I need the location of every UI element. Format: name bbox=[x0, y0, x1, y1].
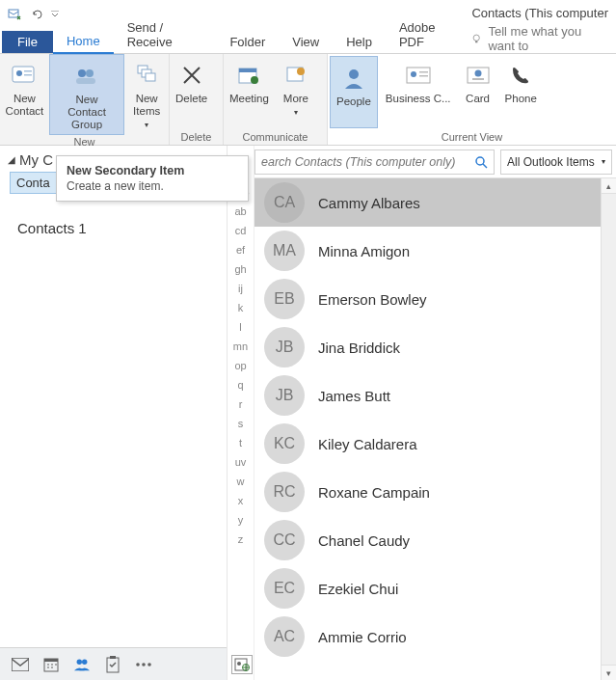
tab-view[interactable]: View bbox=[279, 31, 333, 53]
alpha-gh[interactable]: gh bbox=[234, 263, 246, 275]
tell-me-placeholder: Tell me what you want to bbox=[488, 24, 610, 53]
new-contact-group-label: New Contact Group bbox=[56, 94, 119, 132]
scroll-down-icon[interactable]: ▾ bbox=[602, 665, 616, 680]
alpha-uv[interactable]: uv bbox=[235, 456, 247, 468]
tooltip: New Secondary Item Create a new item. bbox=[56, 155, 249, 202]
contact-row[interactable]: CCChanel Caudy bbox=[254, 516, 616, 564]
alpha-s[interactable]: s bbox=[238, 418, 244, 429]
tab-file[interactable]: File bbox=[2, 31, 53, 53]
view-phone-button[interactable]: Phone bbox=[499, 54, 543, 130]
ribbon-group-current-view: People Business C... Card Phone Current … bbox=[328, 54, 616, 145]
meeting-button[interactable]: Meeting bbox=[224, 54, 275, 130]
calendar-nav-icon[interactable] bbox=[42, 656, 60, 673]
contact-row[interactable]: JBJames Butt bbox=[254, 371, 616, 420]
contact-name: James Butt bbox=[318, 388, 390, 404]
avatar: MA bbox=[264, 231, 305, 271]
avatar: EB bbox=[264, 279, 305, 319]
people-nav-icon[interactable] bbox=[73, 656, 91, 673]
new-contact-group-button[interactable]: New Contact Group bbox=[49, 54, 125, 135]
alpha-y[interactable]: y bbox=[238, 514, 244, 526]
contact-row[interactable]: ACAmmie Corrio bbox=[254, 612, 616, 661]
alpha-cd[interactable]: cd bbox=[235, 225, 247, 236]
tab-help[interactable]: Help bbox=[333, 31, 386, 53]
contact-row[interactable]: MAMinna Amigon bbox=[254, 227, 616, 275]
contact-name: Ammie Corrio bbox=[318, 629, 407, 645]
collapse-caret-icon[interactable]: ◢ bbox=[8, 154, 15, 165]
search-scope-dropdown[interactable]: All Outlook Items ▾ bbox=[500, 150, 612, 175]
alpha-mn[interactable]: mn bbox=[233, 340, 248, 352]
svg-rect-14 bbox=[239, 68, 256, 72]
svg-rect-32 bbox=[110, 656, 116, 659]
lightbulb-icon bbox=[470, 32, 482, 45]
contact-row[interactable]: KCKiley Caldarera bbox=[254, 420, 616, 468]
meeting-icon bbox=[233, 60, 264, 91]
send-receive-all-button[interactable] bbox=[4, 4, 25, 25]
tasks-nav-icon[interactable] bbox=[104, 656, 121, 673]
folder-contacts1[interactable]: Contacts 1 bbox=[12, 217, 227, 239]
contact-row[interactable]: JBJina Briddick bbox=[254, 323, 616, 371]
alpha-t[interactable]: t bbox=[239, 437, 242, 449]
alpha-q[interactable]: q bbox=[237, 379, 243, 391]
svg-rect-6 bbox=[24, 74, 32, 76]
tab-folder[interactable]: Folder bbox=[216, 31, 279, 53]
more-nav-icon[interactable] bbox=[135, 656, 152, 673]
alpha-l[interactable]: l bbox=[239, 321, 241, 333]
contact-name: Cammy Albares bbox=[318, 195, 420, 211]
scrollbar[interactable]: ▴ ▾ bbox=[601, 178, 616, 680]
svg-point-1 bbox=[473, 35, 479, 41]
search-input[interactable] bbox=[255, 155, 469, 169]
tell-me-search[interactable]: Tell me what you want to bbox=[470, 24, 616, 53]
qat-customize-dropdown[interactable] bbox=[50, 11, 60, 18]
alpha-r[interactable]: r bbox=[239, 398, 243, 410]
svg-rect-28 bbox=[44, 659, 58, 662]
navigation-footer bbox=[0, 647, 227, 680]
new-contact-button[interactable]: New Contact bbox=[0, 54, 49, 135]
folder-tree: ◢My C Conta Contacts 1 bbox=[0, 146, 227, 647]
undo-button[interactable] bbox=[27, 4, 48, 25]
ribbon-group-new: New Contact New Contact Group New Items … bbox=[0, 54, 170, 145]
new-items-button[interactable]: New Items ▾ bbox=[124, 54, 169, 135]
svg-point-38 bbox=[237, 662, 241, 666]
quick-access-toolbar bbox=[4, 4, 60, 25]
scroll-up-icon[interactable]: ▴ bbox=[602, 178, 616, 194]
contact-row[interactable]: RCRoxane Campain bbox=[254, 468, 616, 516]
new-contact-icon bbox=[9, 60, 40, 91]
tab-adobe-pdf[interactable]: Adobe PDF bbox=[386, 16, 470, 53]
alpha-w[interactable]: w bbox=[237, 476, 245, 487]
svg-point-4 bbox=[16, 70, 22, 76]
alpha-z[interactable]: z bbox=[238, 533, 244, 545]
contact-row[interactable]: CACammy Albares bbox=[254, 178, 616, 227]
alpha-op[interactable]: op bbox=[234, 360, 246, 371]
svg-rect-5 bbox=[24, 70, 32, 72]
view-people-button[interactable]: People bbox=[330, 56, 378, 128]
delete-button[interactable]: Delete bbox=[170, 54, 213, 130]
alpha-ef[interactable]: ef bbox=[236, 244, 245, 256]
view-business-card-button[interactable]: Business C... bbox=[380, 54, 457, 130]
search-box[interactable] bbox=[254, 150, 495, 175]
avatar: AC bbox=[264, 616, 305, 657]
alpha-ab[interactable]: ab bbox=[234, 205, 246, 217]
alpha-ij[interactable]: ij bbox=[238, 283, 243, 294]
ribbon-group-delete: Delete Delete bbox=[170, 54, 224, 145]
tab-send-receive[interactable]: Send / Receive bbox=[114, 16, 217, 53]
svg-rect-0 bbox=[9, 10, 18, 17]
alpha-x[interactable]: x bbox=[238, 495, 244, 506]
view-card-button[interactable]: Card bbox=[457, 54, 499, 130]
more-button[interactable]: More▾ bbox=[275, 54, 317, 130]
tab-home[interactable]: Home bbox=[53, 30, 114, 54]
alpha-k[interactable]: k bbox=[238, 302, 244, 313]
svg-point-18 bbox=[349, 69, 359, 79]
delete-icon bbox=[176, 60, 207, 91]
avatar: JB bbox=[264, 327, 305, 367]
search-icon[interactable] bbox=[469, 155, 494, 169]
ribbon-group-communicate-label: Communicate bbox=[224, 130, 327, 145]
svg-rect-9 bbox=[76, 78, 95, 84]
contact-name: Emerson Bowley bbox=[318, 291, 427, 308]
view-card-label: Card bbox=[466, 93, 490, 105]
contact-row[interactable]: EBEmerson Bowley bbox=[254, 275, 616, 323]
contact-row[interactable]: ECEzekiel Chui bbox=[254, 564, 616, 612]
svg-point-30 bbox=[82, 659, 87, 664]
address-book-toggle[interactable] bbox=[231, 655, 253, 674]
mail-nav-icon[interactable] bbox=[12, 656, 29, 673]
new-items-label: New Items ▾ bbox=[130, 93, 163, 131]
